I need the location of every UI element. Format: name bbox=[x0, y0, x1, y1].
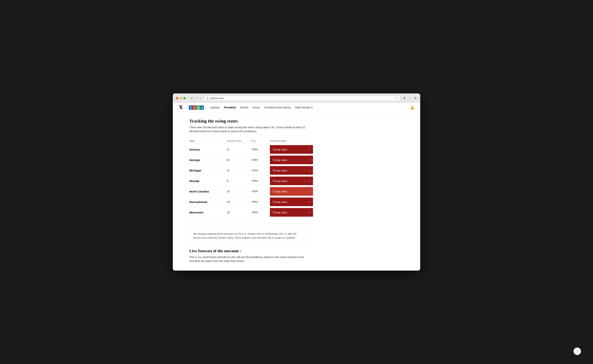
share-button[interactable]: ⇪ bbox=[573, 348, 581, 355]
pct-nevada: >95% bbox=[251, 179, 270, 182]
ev-nevada: 6 bbox=[227, 179, 251, 182]
table-row: Wisconsin 10 >95% Trump wins ✓ bbox=[189, 207, 313, 218]
traffic-lights bbox=[176, 97, 186, 99]
result-bar-pa: Trump wins ✓ bbox=[270, 198, 313, 206]
browser-chrome: ⊡ ‹ › 🔒 nytimes.com ↻ ⬆ + ⧉ bbox=[173, 93, 420, 103]
notice-text: We stopped updating these forecasts at 5… bbox=[193, 232, 302, 240]
result-label-michigan: Trump wins bbox=[270, 169, 309, 172]
check-pa: ✓ bbox=[309, 201, 313, 203]
pct-michigan: >95% bbox=[251, 169, 270, 172]
table-header: State Electoral votes % In Reported marg… bbox=[189, 139, 313, 144]
lock-icon: 🔒 bbox=[206, 97, 209, 99]
year-digit-2-1: 2 bbox=[189, 105, 193, 110]
share-browser-button[interactable]: ⬆ bbox=[402, 96, 407, 100]
ev-arizona: 11 bbox=[227, 148, 251, 151]
pct-wi: >95% bbox=[251, 211, 270, 214]
swing-states-table: State Electoral votes % In Reported marg… bbox=[189, 139, 313, 218]
check-nc: ✓ bbox=[309, 190, 313, 193]
forward-button[interactable]: › bbox=[199, 96, 202, 100]
table-row: Pennsylvania 19 >95% Trump wins ✓ bbox=[189, 197, 313, 207]
page-content: 𝕏 2 0 2 4 Updates President Senate House… bbox=[173, 103, 420, 271]
state-name-georgia: Georgia bbox=[189, 158, 227, 162]
table-row: Michigan 15 >95% Trump wins ✓ bbox=[189, 165, 313, 176]
state-name-nc: North Carolina bbox=[189, 190, 227, 193]
check-michigan: ✓ bbox=[309, 169, 313, 172]
state-name-pa: Pennsylvania bbox=[189, 200, 227, 203]
tabs-button[interactable]: ⧉ bbox=[413, 96, 417, 100]
header-margin: Reported margin bbox=[270, 140, 313, 142]
nav-house[interactable]: House bbox=[253, 106, 260, 109]
close-button[interactable] bbox=[176, 97, 178, 99]
browser-actions: ⬆ + ⧉ bbox=[402, 96, 417, 100]
ev-wi: 10 bbox=[227, 211, 251, 214]
maximize-button[interactable] bbox=[183, 97, 186, 99]
pct-nc: >95% bbox=[251, 190, 270, 193]
section-description: There were 93 electoral votes at stake a… bbox=[189, 125, 306, 133]
pct-arizona: >95% bbox=[251, 148, 270, 151]
ev-nc: 16 bbox=[227, 190, 251, 193]
table-row: Nevada 6 >95% Trump wins ✓ bbox=[189, 176, 313, 186]
sidebar-toggle[interactable]: ⊡ bbox=[189, 96, 194, 100]
result-label-georgia: Trump wins bbox=[270, 158, 309, 162]
result-bar-nevada: Trump wins ✓ bbox=[270, 176, 313, 185]
nav-president[interactable]: President bbox=[224, 106, 236, 109]
result-label-nc: Trump wins bbox=[270, 190, 309, 193]
browser-titlebar: ⊡ ‹ › 🔒 nytimes.com ↻ ⬆ + ⧉ bbox=[176, 96, 417, 103]
nav-right: 🔔 bbox=[410, 105, 414, 110]
ev-georgia: 16 bbox=[227, 158, 251, 161]
check-arizona: ✓ bbox=[309, 148, 313, 151]
result-bar-wi: Trump wins ✓ bbox=[270, 208, 313, 217]
nav-updates[interactable]: Updates bbox=[210, 106, 220, 109]
forecast-title[interactable]: Live forecast of the outcome › bbox=[189, 248, 404, 253]
pct-pa: >95% bbox=[251, 200, 270, 203]
result-bar-nc: Trump wins ✓ bbox=[270, 187, 313, 196]
header-state: State bbox=[189, 140, 227, 142]
new-tab-button[interactable]: + bbox=[408, 96, 412, 100]
browser-window: ⊡ ‹ › 🔒 nytimes.com ↻ ⬆ + ⧉ 𝕏 2 0 2 bbox=[173, 93, 420, 271]
address-bar[interactable]: 🔒 nytimes.com ↻ bbox=[204, 96, 400, 101]
result-label-wi: Trump wins bbox=[270, 211, 309, 214]
check-nevada: ✓ bbox=[309, 180, 313, 182]
bell-icon[interactable]: 🔔 bbox=[410, 106, 414, 109]
ev-pa: 19 bbox=[227, 200, 251, 203]
browser-controls: ⊡ ‹ › bbox=[189, 96, 202, 100]
url-text: nytimes.com bbox=[210, 97, 224, 100]
reload-icon[interactable]: ↻ bbox=[396, 97, 398, 100]
result-bar-michigan: Trump wins ✓ bbox=[270, 166, 313, 175]
result-label-pa: Trump wins bbox=[270, 200, 309, 203]
state-name-arizona: Arizona bbox=[189, 148, 227, 151]
result-bar-arizona: Trump wins ✓ bbox=[270, 145, 313, 154]
share-icon: ⇪ bbox=[576, 350, 579, 353]
result-bar-georgia: Trump wins ✓ bbox=[270, 156, 313, 164]
state-name-michigan: Michigan bbox=[189, 169, 227, 172]
check-wi: ✓ bbox=[309, 211, 313, 214]
minimize-button[interactable] bbox=[180, 97, 182, 99]
check-georgia: ✓ bbox=[309, 159, 313, 161]
header-ev: Electoral votes bbox=[227, 140, 251, 142]
notice-box: We stopped updating these forecasts at 5… bbox=[189, 228, 306, 243]
year-digit-0: 0 bbox=[193, 105, 196, 110]
table-row: Arizona 11 >95% Trump wins ✓ bbox=[189, 144, 313, 155]
nav-links: Updates President Senate House Uncalled … bbox=[210, 106, 313, 109]
ev-michigan: 15 bbox=[227, 169, 251, 172]
year-badge: 2 0 2 4 bbox=[189, 105, 204, 110]
result-label-nevada: Trump wins bbox=[270, 179, 309, 182]
table-row: North Carolina 16 >95% Trump wins ✓ bbox=[189, 186, 313, 197]
pct-georgia: >95% bbox=[251, 158, 270, 161]
result-label-arizona: Trump wins bbox=[270, 148, 309, 151]
year-digit-4: 4 bbox=[200, 105, 204, 110]
header-pct: % In bbox=[251, 140, 270, 142]
nyt-logo[interactable]: 𝕏 bbox=[179, 105, 183, 110]
main-content: Tracking the swing states There were 93 … bbox=[173, 112, 420, 271]
forecast-description: This is our current best estimate for wh… bbox=[189, 255, 306, 263]
nav-uncalled[interactable]: Uncalled House Races bbox=[264, 106, 291, 109]
nav-state-results[interactable]: State Results ▾ bbox=[295, 106, 313, 109]
state-name-wi: Wisconsin bbox=[189, 211, 227, 214]
back-button[interactable]: ‹ bbox=[195, 96, 198, 100]
section-title: Tracking the swing states bbox=[189, 118, 404, 124]
table-row: Georgia 16 >95% Trump wins ✓ bbox=[189, 155, 313, 165]
year-digit-2-2: 2 bbox=[196, 105, 200, 110]
nav-senate[interactable]: Senate bbox=[240, 106, 248, 109]
navigation: 𝕏 2 0 2 4 Updates President Senate House… bbox=[173, 103, 420, 112]
state-name-nevada: Nevada bbox=[189, 179, 227, 182]
